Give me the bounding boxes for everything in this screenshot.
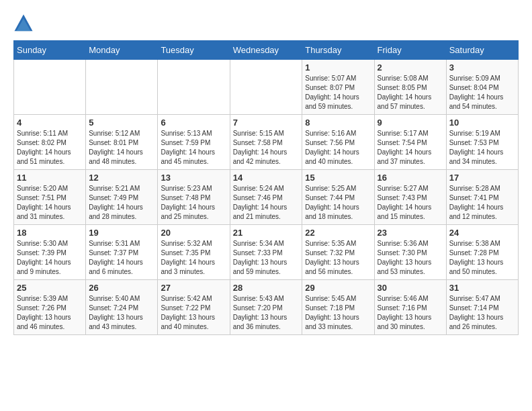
day-info: Sunrise: 5:16 AM Sunset: 7:56 PM Dayligh… bbox=[305, 129, 371, 167]
day-info: Sunrise: 5:27 AM Sunset: 7:43 PM Dayligh… bbox=[378, 184, 443, 222]
day-number: 11 bbox=[17, 173, 83, 183]
calendar-cell: 26Sunrise: 5:40 AM Sunset: 7:24 PM Dayli… bbox=[86, 280, 158, 335]
day-of-week-header: Wednesday bbox=[230, 41, 302, 60]
day-number: 6 bbox=[161, 118, 226, 128]
page-header bbox=[13, 13, 519, 34]
day-info: Sunrise: 5:32 AM Sunset: 7:35 PM Dayligh… bbox=[161, 239, 226, 277]
day-info: Sunrise: 5:36 AM Sunset: 7:30 PM Dayligh… bbox=[378, 239, 443, 277]
calendar-week-row: 4Sunrise: 5:11 AM Sunset: 8:02 PM Daylig… bbox=[14, 115, 519, 170]
calendar-cell: 6Sunrise: 5:13 AM Sunset: 7:59 PM Daylig… bbox=[158, 115, 230, 170]
calendar-cell: 28Sunrise: 5:43 AM Sunset: 7:20 PM Dayli… bbox=[230, 280, 302, 335]
day-number: 7 bbox=[233, 118, 300, 128]
day-number: 2 bbox=[378, 62, 443, 73]
calendar-cell: 20Sunrise: 5:32 AM Sunset: 7:35 PM Dayli… bbox=[158, 225, 230, 280]
day-info: Sunrise: 5:15 AM Sunset: 7:58 PM Dayligh… bbox=[233, 129, 300, 167]
calendar-cell: 7Sunrise: 5:15 AM Sunset: 7:58 PM Daylig… bbox=[230, 115, 302, 170]
calendar-cell: 10Sunrise: 5:19 AM Sunset: 7:53 PM Dayli… bbox=[446, 115, 518, 170]
day-number: 28 bbox=[233, 283, 300, 293]
calendar-cell: 30Sunrise: 5:46 AM Sunset: 7:16 PM Dayli… bbox=[374, 280, 446, 335]
day-of-week-header: Tuesday bbox=[158, 41, 230, 60]
day-info: Sunrise: 5:34 AM Sunset: 7:33 PM Dayligh… bbox=[233, 239, 300, 277]
day-number: 27 bbox=[161, 283, 226, 293]
calendar-cell: 4Sunrise: 5:11 AM Sunset: 8:02 PM Daylig… bbox=[14, 115, 86, 170]
calendar-cell bbox=[14, 60, 86, 115]
day-info: Sunrise: 5:40 AM Sunset: 7:24 PM Dayligh… bbox=[89, 294, 154, 332]
calendar-cell: 15Sunrise: 5:25 AM Sunset: 7:44 PM Dayli… bbox=[302, 170, 374, 225]
calendar-cell: 12Sunrise: 5:21 AM Sunset: 7:49 PM Dayli… bbox=[86, 170, 158, 225]
day-info: Sunrise: 5:38 AM Sunset: 7:28 PM Dayligh… bbox=[449, 239, 515, 277]
day-info: Sunrise: 5:23 AM Sunset: 7:48 PM Dayligh… bbox=[161, 184, 226, 222]
day-number: 8 bbox=[305, 118, 371, 128]
calendar-cell: 9Sunrise: 5:17 AM Sunset: 7:54 PM Daylig… bbox=[374, 115, 446, 170]
day-number: 21 bbox=[233, 228, 300, 238]
day-info: Sunrise: 5:46 AM Sunset: 7:16 PM Dayligh… bbox=[378, 294, 443, 332]
day-info: Sunrise: 5:07 AM Sunset: 8:07 PM Dayligh… bbox=[305, 74, 371, 111]
day-info: Sunrise: 5:11 AM Sunset: 8:02 PM Dayligh… bbox=[17, 129, 83, 167]
calendar-cell: 27Sunrise: 5:42 AM Sunset: 7:22 PM Dayli… bbox=[158, 280, 230, 335]
calendar-cell: 1Sunrise: 5:07 AM Sunset: 8:07 PM Daylig… bbox=[302, 60, 374, 115]
day-info: Sunrise: 5:20 AM Sunset: 7:51 PM Dayligh… bbox=[17, 184, 83, 222]
day-number: 24 bbox=[449, 228, 515, 238]
calendar-week-row: 25Sunrise: 5:39 AM Sunset: 7:26 PM Dayli… bbox=[14, 280, 519, 335]
calendar-cell: 14Sunrise: 5:24 AM Sunset: 7:46 PM Dayli… bbox=[230, 170, 302, 225]
day-number: 4 bbox=[17, 118, 83, 128]
day-info: Sunrise: 5:09 AM Sunset: 8:04 PM Dayligh… bbox=[449, 74, 515, 111]
day-number: 3 bbox=[449, 62, 515, 73]
day-of-week-header: Friday bbox=[374, 41, 446, 60]
calendar-header-row: SundayMondayTuesdayWednesdayThursdayFrid… bbox=[14, 41, 519, 60]
calendar-cell: 31Sunrise: 5:47 AM Sunset: 7:14 PM Dayli… bbox=[446, 280, 518, 335]
day-number: 30 bbox=[378, 283, 443, 293]
calendar-cell: 23Sunrise: 5:36 AM Sunset: 7:30 PM Dayli… bbox=[374, 225, 446, 280]
calendar-cell: 8Sunrise: 5:16 AM Sunset: 7:56 PM Daylig… bbox=[302, 115, 374, 170]
day-of-week-header: Sunday bbox=[14, 41, 86, 60]
day-number: 14 bbox=[233, 173, 300, 183]
calendar-cell bbox=[86, 60, 158, 115]
day-number: 1 bbox=[305, 62, 371, 73]
day-number: 13 bbox=[161, 173, 226, 183]
day-number: 5 bbox=[89, 118, 154, 128]
day-number: 15 bbox=[305, 173, 371, 183]
day-info: Sunrise: 5:42 AM Sunset: 7:22 PM Dayligh… bbox=[161, 294, 226, 332]
day-number: 18 bbox=[17, 228, 83, 238]
day-info: Sunrise: 5:31 AM Sunset: 7:37 PM Dayligh… bbox=[89, 239, 154, 277]
day-info: Sunrise: 5:45 AM Sunset: 7:18 PM Dayligh… bbox=[305, 294, 371, 332]
day-of-week-header: Thursday bbox=[302, 41, 374, 60]
day-number: 22 bbox=[305, 228, 371, 238]
day-info: Sunrise: 5:35 AM Sunset: 7:32 PM Dayligh… bbox=[305, 239, 371, 277]
day-info: Sunrise: 5:17 AM Sunset: 7:54 PM Dayligh… bbox=[378, 129, 443, 167]
calendar-cell: 25Sunrise: 5:39 AM Sunset: 7:26 PM Dayli… bbox=[14, 280, 86, 335]
day-info: Sunrise: 5:25 AM Sunset: 7:44 PM Dayligh… bbox=[305, 184, 371, 222]
calendar-week-row: 1Sunrise: 5:07 AM Sunset: 8:07 PM Daylig… bbox=[14, 60, 519, 115]
calendar-cell: 18Sunrise: 5:30 AM Sunset: 7:39 PM Dayli… bbox=[14, 225, 86, 280]
calendar-cell: 2Sunrise: 5:08 AM Sunset: 8:05 PM Daylig… bbox=[374, 60, 446, 115]
calendar-cell: 11Sunrise: 5:20 AM Sunset: 7:51 PM Dayli… bbox=[14, 170, 86, 225]
day-number: 29 bbox=[305, 283, 371, 293]
calendar-cell: 22Sunrise: 5:35 AM Sunset: 7:32 PM Dayli… bbox=[302, 225, 374, 280]
calendar-cell: 5Sunrise: 5:12 AM Sunset: 8:01 PM Daylig… bbox=[86, 115, 158, 170]
day-number: 20 bbox=[161, 228, 226, 238]
calendar-cell: 19Sunrise: 5:31 AM Sunset: 7:37 PM Dayli… bbox=[86, 225, 158, 280]
calendar-cell: 17Sunrise: 5:28 AM Sunset: 7:41 PM Dayli… bbox=[446, 170, 518, 225]
day-info: Sunrise: 5:13 AM Sunset: 7:59 PM Dayligh… bbox=[161, 129, 226, 167]
logo-icon bbox=[13, 13, 34, 34]
calendar-table: SundayMondayTuesdayWednesdayThursdayFrid… bbox=[13, 40, 519, 335]
calendar-cell: 24Sunrise: 5:38 AM Sunset: 7:28 PM Dayli… bbox=[446, 225, 518, 280]
day-info: Sunrise: 5:28 AM Sunset: 7:41 PM Dayligh… bbox=[449, 184, 515, 222]
day-of-week-header: Saturday bbox=[446, 41, 518, 60]
calendar-cell bbox=[158, 60, 230, 115]
day-number: 31 bbox=[449, 283, 515, 293]
day-info: Sunrise: 5:19 AM Sunset: 7:53 PM Dayligh… bbox=[449, 129, 515, 167]
calendar-cell: 29Sunrise: 5:45 AM Sunset: 7:18 PM Dayli… bbox=[302, 280, 374, 335]
calendar-cell: 16Sunrise: 5:27 AM Sunset: 7:43 PM Dayli… bbox=[374, 170, 446, 225]
day-info: Sunrise: 5:43 AM Sunset: 7:20 PM Dayligh… bbox=[233, 294, 300, 332]
day-info: Sunrise: 5:21 AM Sunset: 7:49 PM Dayligh… bbox=[89, 184, 154, 222]
day-info: Sunrise: 5:30 AM Sunset: 7:39 PM Dayligh… bbox=[17, 239, 83, 277]
day-info: Sunrise: 5:08 AM Sunset: 8:05 PM Dayligh… bbox=[378, 74, 443, 111]
day-of-week-header: Monday bbox=[86, 41, 158, 60]
calendar-week-row: 11Sunrise: 5:20 AM Sunset: 7:51 PM Dayli… bbox=[14, 170, 519, 225]
calendar-cell: 13Sunrise: 5:23 AM Sunset: 7:48 PM Dayli… bbox=[158, 170, 230, 225]
day-number: 23 bbox=[378, 228, 443, 238]
day-info: Sunrise: 5:12 AM Sunset: 8:01 PM Dayligh… bbox=[89, 129, 154, 167]
day-number: 17 bbox=[449, 173, 515, 183]
calendar-cell: 21Sunrise: 5:34 AM Sunset: 7:33 PM Dayli… bbox=[230, 225, 302, 280]
